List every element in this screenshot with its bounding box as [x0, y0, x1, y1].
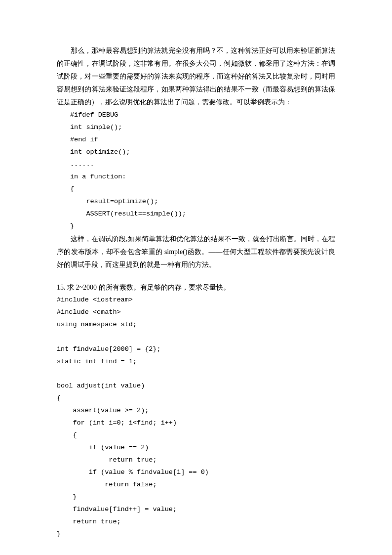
paragraph-1: 那么，那种最容易想到的算法就完全没有用吗？不，这种算法正好可以用来验证新算法的正… — [57, 44, 335, 108]
spacer — [57, 272, 335, 281]
problem-title: 15. 求 2~2000 的所有素数。有足够的内存，要求尽量快。 — [57, 281, 335, 294]
code-block-1: #ifdef DEBUG int simple(); #end if int o… — [70, 109, 335, 233]
paragraph-2: 这样，在调试阶段,如果简单算法和优化算法的结果不一致，就会打出断言。同时，在程序… — [57, 233, 335, 271]
code-block-2: #include <iostream> #include <cmath> usi… — [57, 294, 335, 555]
